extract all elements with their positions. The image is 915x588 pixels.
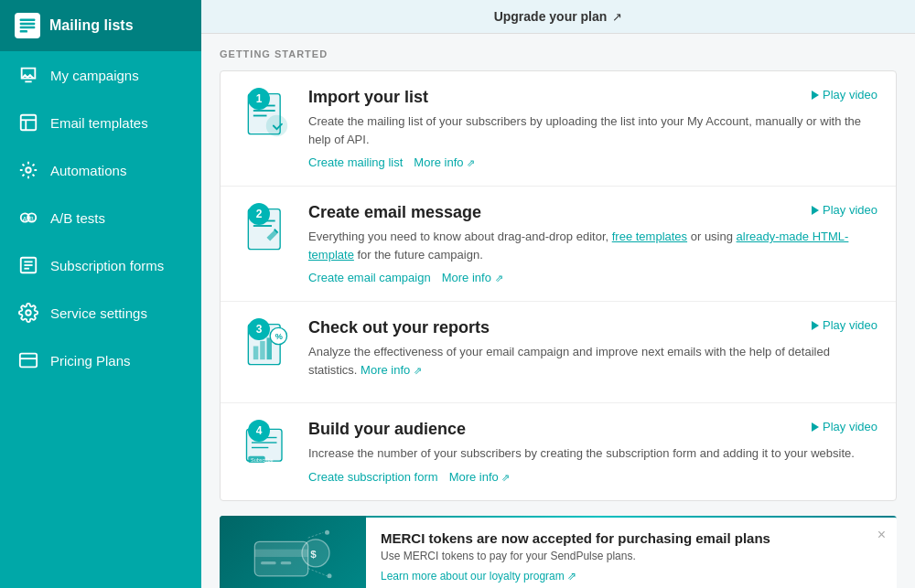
- upgrade-banner[interactable]: Upgrade your plan ↗: [201, 0, 915, 34]
- more-info-4-link[interactable]: More info ⇗: [449, 470, 511, 484]
- merci-title: MERCI tokens are now accepted for purcha…: [381, 530, 882, 546]
- svg-rect-3: [20, 30, 27, 33]
- step-2-badge: 2: [248, 203, 270, 225]
- sidebar-item-automations[interactable]: Automations: [0, 146, 201, 194]
- card-create-email: 2 Create email message Everything you ne…: [221, 187, 896, 302]
- forms-icon: [17, 254, 39, 276]
- sidebar-item-ab-tests[interactable]: A B A/B tests: [0, 194, 201, 241]
- play-label-4: Play video: [823, 420, 877, 433]
- card-1-title: Import your list: [308, 88, 877, 107]
- svg-rect-0: [20, 19, 36, 22]
- card-3-desc: Analyze the effectiveness of your email …: [308, 343, 877, 379]
- automations-icon: [17, 159, 39, 181]
- logo-icon: [15, 13, 40, 38]
- play-label-2: Play video: [823, 203, 877, 217]
- sidebar-logo[interactable]: Mailing lists: [0, 0, 201, 51]
- svg-rect-43: [261, 561, 276, 564]
- svg-rect-30: [253, 346, 258, 359]
- svg-rect-2: [20, 27, 36, 29]
- sidebar-item-label: Service settings: [50, 305, 147, 321]
- svg-rect-5: [21, 115, 37, 131]
- card-reports: 3 % Check out your reports Analyze the e…: [221, 302, 896, 403]
- play-video-3-button[interactable]: Play video: [812, 318, 877, 332]
- card-2-desc: Everything you need to know about drag-a…: [308, 228, 877, 263]
- svg-line-48: [308, 568, 328, 575]
- play-video-2-button[interactable]: Play video: [812, 203, 877, 217]
- play-triangle-4: [812, 422, 819, 432]
- card-2-links: Create email campaign More info ⇗: [308, 271, 877, 284]
- sidebar-item-label: My campaigns: [50, 68, 139, 83]
- svg-point-50: [328, 573, 332, 578]
- merci-content: MERCI tokens are now accepted for purcha…: [366, 518, 897, 588]
- more-info-2-link[interactable]: More info ⇗: [442, 271, 503, 284]
- sidebar-item-my-campaigns[interactable]: My campaigns: [0, 51, 201, 99]
- card-2-title: Create email message: [308, 203, 877, 222]
- svg-rect-42: [254, 549, 307, 556]
- ab-icon: A B: [17, 207, 39, 229]
- settings-icon: [17, 302, 39, 324]
- svg-text:$: $: [310, 547, 317, 559]
- card-4-desc: Increase the number of your subscribers …: [308, 444, 877, 463]
- card-import-list: 1 Import your list Create the mailing li…: [221, 71, 896, 187]
- free-templates-link[interactable]: free templates: [612, 230, 687, 243]
- upgrade-text: Upgrade your plan: [494, 9, 608, 24]
- card-4-title: Build your audience: [308, 420, 877, 439]
- external-link-icon: ↗: [612, 10, 622, 24]
- step-4-badge: 4: [248, 420, 270, 442]
- sidebar-logo-text: Mailing lists: [49, 17, 134, 34]
- play-video-4-button[interactable]: Play video: [812, 420, 877, 433]
- merci-link-ext-icon: ⇗: [567, 570, 576, 583]
- more-info-3-link[interactable]: More info ⇗: [361, 363, 422, 377]
- svg-rect-31: [260, 341, 265, 359]
- svg-rect-44: [281, 561, 292, 564]
- svg-rect-41: [254, 541, 307, 576]
- step-1-badge: 1: [248, 88, 270, 110]
- more-info-1-link[interactable]: More info ⇗: [414, 155, 475, 169]
- create-email-campaign-link[interactable]: Create email campaign: [308, 271, 431, 284]
- svg-point-24: [266, 115, 286, 135]
- sidebar-item-label: Automations: [50, 163, 126, 178]
- card-4-body: Build your audience Increase the number …: [308, 420, 877, 484]
- sidebar-item-subscription-forms[interactable]: Subscription forms: [0, 241, 201, 289]
- svg-text:A: A: [23, 215, 27, 223]
- svg-point-17: [26, 310, 31, 315]
- sidebar-item-email-templates[interactable]: Email templates: [0, 99, 201, 146]
- card-audience: 4 Subscribe Build your audience Increase…: [221, 403, 896, 500]
- sidebar-item-label: Subscription forms: [50, 258, 164, 273]
- cards-container: 1 Import your list Create the mailing li…: [220, 70, 897, 501]
- getting-started-section: GETTING STARTED 1 Import your list: [201, 34, 915, 516]
- main-content: Upgrade your plan ↗ GETTING STARTED 1: [201, 0, 915, 588]
- html-template-link[interactable]: already-made HTML-template: [308, 230, 848, 262]
- section-label: GETTING STARTED: [220, 48, 897, 59]
- create-subscription-form-link[interactable]: Create subscription form: [308, 470, 438, 484]
- card-3-title: Check out your reports: [308, 318, 877, 337]
- campaigns-icon: [17, 64, 39, 86]
- card-2-body: Create email message Everything you need…: [308, 203, 877, 284]
- play-label-1: Play video: [823, 88, 877, 102]
- sidebar-item-pricing-plans[interactable]: Pricing Plans: [0, 337, 201, 384]
- sidebar-item-label: A/B tests: [50, 210, 105, 226]
- svg-rect-1: [20, 23, 36, 26]
- play-triangle-1: [812, 91, 819, 100]
- sidebar-item-label: Pricing Plans: [50, 353, 131, 369]
- play-label-3: Play video: [823, 318, 877, 332]
- sidebar-item-service-settings[interactable]: Service settings: [0, 289, 201, 337]
- merci-close-button[interactable]: ×: [877, 527, 886, 543]
- sidebar: Mailing lists My campaigns Email templat…: [0, 0, 201, 588]
- templates-icon: [17, 112, 39, 134]
- merci-desc: Use MERCI tokens to pay for your SendPul…: [381, 550, 882, 562]
- merci-learn-more-link[interactable]: Learn more about our loyalty program ⇗: [381, 570, 576, 583]
- svg-point-8: [26, 167, 31, 173]
- play-triangle-3: [812, 321, 819, 330]
- svg-line-47: [308, 532, 324, 538]
- merci-art: $: [220, 516, 366, 589]
- play-video-1-button[interactable]: Play video: [812, 88, 877, 102]
- create-mailing-list-link[interactable]: Create mailing list: [308, 155, 403, 169]
- svg-text:%: %: [274, 332, 282, 341]
- svg-text:Subscribe: Subscribe: [251, 457, 273, 463]
- play-triangle-2: [812, 206, 819, 215]
- svg-rect-18: [20, 354, 37, 368]
- pricing-icon: [17, 349, 39, 371]
- svg-text:B: B: [29, 215, 34, 223]
- merci-banner: $ MERCI tokens are now accepted for purc…: [220, 516, 897, 589]
